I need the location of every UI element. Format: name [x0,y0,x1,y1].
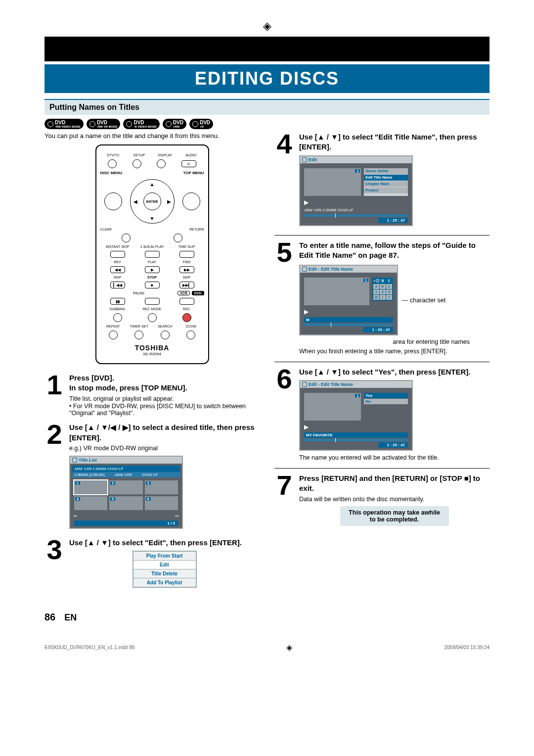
badge-dvd-r-video: DVD-R VIDEO MODE [123,119,159,129]
screen-confirm-yes-no: Edit - Edit Title Name 1 Yes No ▶ MY FAV… [299,380,413,451]
section-heading: Putting Names on Titles [44,99,490,115]
step-6-after-text: The name you entered will be activated f… [299,454,490,462]
step-7: 7 Press [RETURN] and then [RETURN] or [S… [274,473,490,526]
remote-brand: TOSHIBA [100,344,204,352]
step-1: 1 Press [DVD].In stop mode, press [TOP M… [44,373,260,417]
step-5: 5 To enter a title name, follow the step… [274,240,490,356]
disc-type-badges: DVD-RW VIDEO MODE DVD-RW VR MODE DVD-R V… [44,119,490,129]
document-footer: E9SK0UD_DVR670KU_EN_v1.1.indd 86 ◈ 2009/… [44,643,490,652]
screen-edit-menu: Edit 1 Scene Delete Edit Title Name Chap… [299,155,413,226]
screen-edit-title-name: Edit - Edit Title Name 1 ✓ABC abc 123 [299,265,398,335]
page-title: EDITING DISCS [44,64,490,93]
badge-dvd-rw-vr: DVD-RW VR MODE [87,119,121,129]
step-2: 2 Use [▲ / ▼/◀ / ▶] to select a desired … [44,423,260,531]
remote-model: SE-R0294 [100,352,204,356]
remote-control-diagram: DTV/TVSETUPDISPLAYAUDIO ⊙ DISC MENUTOP M… [95,144,209,364]
page-number: 86EN [44,612,490,623]
step-5-after-text: When you finish entering a title name, p… [299,347,490,356]
intro-text: You can put a name on the title and chan… [44,132,260,140]
character-set-grid: ✓ABC abc 123 @!? [372,278,393,301]
warning-box: This operation may take awhile to be com… [340,506,449,526]
registration-mark-top: ◈ [44,20,490,33]
callout-character-set: — character set [402,297,445,304]
badge-dvd-plus-rw: DVD+RW [163,119,186,129]
header-black-bar [44,37,490,61]
step-6: 6 Use [▲ / ▼] to select "Yes", then pres… [274,367,490,462]
screen-title-list: Title List JAN/ 1/09 1:00AM CH10 LP 1:00… [69,456,183,529]
popup-menu-edit: Play From Start Edit Title Delete Add To… [133,551,197,588]
step-4: 4 Use [▲ / ▼] to select "Edit Title Name… [274,132,490,229]
badge-dvd-rw-video: DVD-RW VIDEO MODE [44,119,84,129]
registration-mark-bottom: ◈ [286,643,292,652]
badge-dvd-plus-r: DVD+R [189,119,213,129]
callout-name-area: area for entering title names [299,338,470,345]
step-3: 3 Use [▲ / ▼] to select "Edit", then pre… [44,538,260,591]
